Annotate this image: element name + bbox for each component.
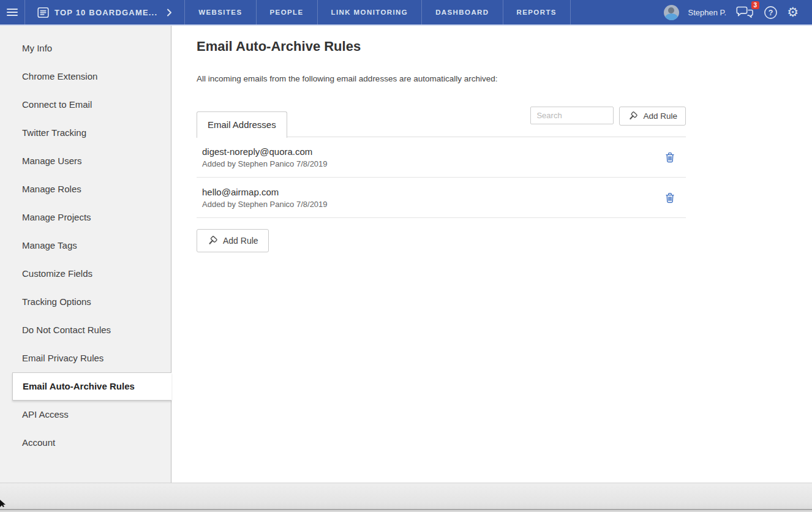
delete-rule-button[interactable] xyxy=(664,151,676,164)
sidebar-divider xyxy=(171,26,171,483)
hamburger-menu-button[interactable] xyxy=(0,0,24,24)
rule-email: digest-noreply@quora.com xyxy=(202,146,328,157)
gavel-icon xyxy=(628,111,638,121)
add-rule-button-top[interactable]: Add Rule xyxy=(619,107,686,126)
sidebar-item-tracking-options[interactable]: Tracking Options xyxy=(0,288,171,316)
user-name[interactable]: Stephen P. xyxy=(688,8,727,17)
settings-button[interactable]: ⚙ xyxy=(787,6,799,19)
svg-text:?: ? xyxy=(769,9,773,17)
window-bottom-edge xyxy=(0,483,812,512)
rule-row: digest-noreply@quora.com Added by Stephe… xyxy=(197,137,686,178)
add-rule-button-bottom[interactable]: Add Rule xyxy=(197,229,269,252)
sidebar-item-my-info[interactable]: My Info xyxy=(0,34,171,62)
sidebar-item-account[interactable]: Account xyxy=(0,429,171,457)
notifications-button[interactable]: 3 xyxy=(735,5,754,20)
page-description: All incoming emails from the following e… xyxy=(197,74,686,83)
main-content: Email Auto-Archive Rules All incoming em… xyxy=(171,26,812,483)
hamburger-menu-icon xyxy=(7,7,18,18)
trash-icon xyxy=(665,152,675,163)
nav-tab-websites[interactable]: WEBSITES xyxy=(185,0,255,24)
tab-row: Email Addresses Add Rule xyxy=(197,111,686,137)
sidebar-item-email-privacy-rules[interactable]: Email Privacy Rules xyxy=(0,344,171,372)
sidebar-item-customize-fields[interactable]: Customize Fields xyxy=(0,260,171,288)
rule-row: hello@airmap.com Added by Stephen Panico… xyxy=(197,178,686,218)
nav-tab-people[interactable]: PEOPLE xyxy=(257,0,317,24)
rule-email: hello@airmap.com xyxy=(202,187,328,197)
sidebar-item-chrome-extension[interactable]: Chrome Extension xyxy=(0,62,171,91)
gear-icon: ⚙ xyxy=(787,6,799,19)
tab-email-addresses[interactable]: Email Addresses xyxy=(197,111,287,138)
topbar-divider xyxy=(570,0,571,24)
nav-tab-reports[interactable]: REPORTS xyxy=(503,0,570,24)
mouse-cursor xyxy=(0,499,6,510)
sidebar-item-manage-users[interactable]: Manage Users xyxy=(0,147,171,175)
sidebar-item-connect-to-email[interactable]: Connect to Email xyxy=(0,91,171,119)
nav-tab-link-monitoring[interactable]: LINK MONITORING xyxy=(318,0,422,24)
project-title: TOP 10 BOARDGAME... xyxy=(55,8,157,17)
nav-tab-dashboard[interactable]: DASHBOARD xyxy=(422,0,502,24)
settings-sidebar: My Info Chrome Extension Connect to Emai… xyxy=(0,26,171,483)
project-switcher[interactable]: TOP 10 BOARDGAME... xyxy=(25,0,184,24)
add-rule-label: Add Rule xyxy=(223,236,258,246)
trash-icon xyxy=(665,192,675,203)
help-button[interactable]: ? xyxy=(764,6,778,20)
sidebar-item-do-not-contact-rules[interactable]: Do Not Contact Rules xyxy=(0,316,171,344)
notification-count-badge: 3 xyxy=(751,1,760,9)
page-title: Email Auto-Archive Rules xyxy=(197,39,686,55)
top-navigation-bar: TOP 10 BOARDGAME... WEBSITES PEOPLE LINK… xyxy=(0,0,812,26)
sidebar-item-manage-projects[interactable]: Manage Projects xyxy=(0,203,171,232)
sidebar-item-manage-tags[interactable]: Manage Tags xyxy=(0,232,171,260)
rule-added-by: Added by Stephen Panico 7/8/2019 xyxy=(202,159,328,168)
search-input[interactable] xyxy=(530,107,614,124)
user-avatar[interactable] xyxy=(664,5,679,20)
sidebar-item-manage-roles[interactable]: Manage Roles xyxy=(0,175,171,203)
sidebar-item-twitter-tracking[interactable]: Twitter Tracking xyxy=(0,119,171,147)
help-icon: ? xyxy=(764,6,778,20)
sidebar-item-email-auto-archive-rules[interactable]: Email Auto-Archive Rules xyxy=(12,372,171,401)
rule-added-by: Added by Stephen Panico 7/8/2019 xyxy=(202,200,328,209)
chevron-right-icon xyxy=(167,9,172,17)
project-document-icon xyxy=(37,7,49,18)
sidebar-item-api-access[interactable]: API Access xyxy=(0,401,171,429)
window-edge-line xyxy=(0,509,812,510)
delete-rule-button[interactable] xyxy=(664,191,676,205)
gavel-icon xyxy=(207,235,218,246)
add-rule-label: Add Rule xyxy=(643,111,677,121)
